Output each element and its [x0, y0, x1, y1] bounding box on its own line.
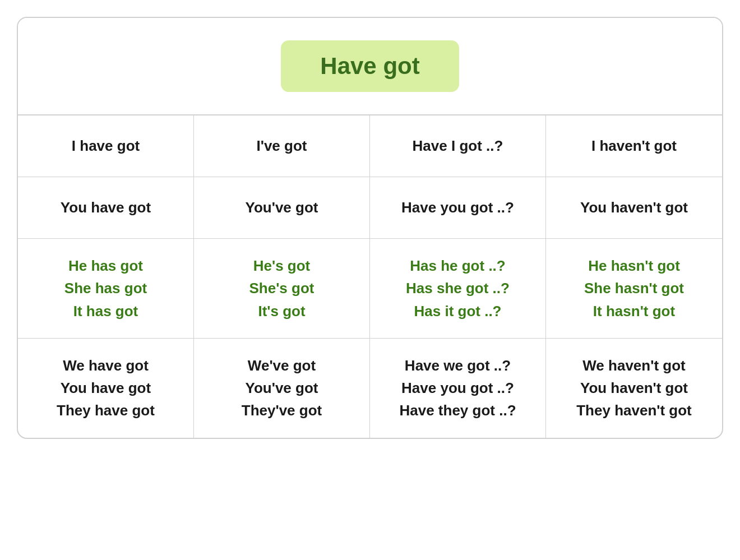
cell-content: You've got	[246, 196, 318, 219]
cell-content: Has he got ..?Has she got ..?Has it got …	[406, 254, 510, 322]
cell-content: We have gotYou have gotThey have got	[57, 354, 155, 422]
title-badge: Have got	[281, 40, 459, 92]
cell-content: He's gotShe's gotIt's got	[249, 254, 314, 322]
table-cell: I haven't got	[546, 115, 722, 177]
table-cell: Have you got ..?	[370, 177, 546, 239]
cell-content: Have you got ..?	[401, 196, 514, 219]
table-cell: I've got	[194, 115, 370, 177]
table-cell: He has gotShe has gotIt has got	[18, 239, 194, 339]
cell-content: Have I got ..?	[413, 135, 503, 157]
table-cell: We've gotYou've gotThey've got	[194, 339, 370, 438]
table-cell: Has he got ..?Has she got ..?Has it got …	[370, 239, 546, 339]
table-cell: He hasn't gotShe hasn't gotIt hasn't got	[546, 239, 722, 339]
cell-content: He hasn't gotShe hasn't gotIt hasn't got	[584, 254, 684, 322]
cell-content: I've got	[257, 135, 307, 157]
cell-content: We haven't gotYou haven't gotThey haven'…	[576, 354, 692, 422]
table-cell: Have we got ..?Have you got ..?Have they…	[370, 339, 546, 438]
header-section: Have got	[18, 18, 722, 115]
cell-content: He has gotShe has gotIt has got	[64, 254, 147, 322]
cell-content: Have we got ..?Have you got ..?Have they…	[399, 354, 516, 422]
table-cell: We haven't gotYou haven't gotThey haven'…	[546, 339, 722, 438]
main-title: Have got	[320, 53, 419, 79]
table-cell: You have got	[18, 177, 194, 239]
table-cell: He's gotShe's gotIt's got	[194, 239, 370, 339]
table-cell: I have got	[18, 115, 194, 177]
cell-content: You haven't got	[580, 196, 688, 219]
table-cell: We have gotYou have gotThey have got	[18, 339, 194, 438]
table-cell: Have I got ..?	[370, 115, 546, 177]
cell-content: You have got	[61, 196, 151, 219]
conjugation-grid: I have gotI've gotHave I got ..?I haven'…	[18, 115, 722, 438]
cell-content: We've gotYou've gotThey've got	[242, 354, 322, 422]
table-cell: You've got	[194, 177, 370, 239]
cell-content: I haven't got	[591, 135, 677, 157]
table-cell: You haven't got	[546, 177, 722, 239]
cell-content: I have got	[72, 135, 140, 157]
main-card: Have got I have gotI've gotHave I got ..…	[17, 17, 723, 439]
